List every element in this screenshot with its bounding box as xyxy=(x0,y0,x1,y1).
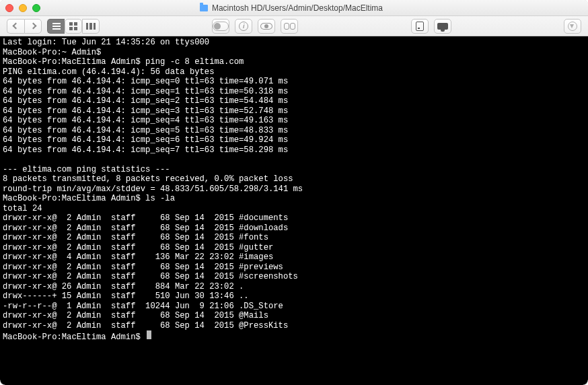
appearance-toggle[interactable] xyxy=(212,19,229,34)
preview-button[interactable] xyxy=(258,19,275,34)
display-button[interactable] xyxy=(434,19,451,34)
view-list-button[interactable] xyxy=(47,19,65,34)
grid-icon xyxy=(69,22,77,30)
terminal-output[interactable]: Last login: Tue Jun 21 14:35:26 on ttys0… xyxy=(0,36,588,385)
disk-button[interactable] xyxy=(411,19,429,34)
chevron-left-icon xyxy=(13,23,20,30)
nav-back-button[interactable] xyxy=(7,19,24,34)
view-grid-button[interactable] xyxy=(65,19,82,34)
close-window-button[interactable] xyxy=(5,4,13,12)
list-icon xyxy=(52,23,61,30)
window-controls xyxy=(5,4,40,12)
switch-icon xyxy=(213,22,229,31)
binoculars-icon xyxy=(284,23,295,30)
view-mode-segment xyxy=(47,19,100,34)
window-titlebar: Macintosh HD/Users/Admin/Desktop/MacElti… xyxy=(0,0,588,16)
toolbar: i xyxy=(0,16,588,36)
hard-disk-icon xyxy=(416,22,424,31)
window-title: Macintosh HD/Users/Admin/Desktop/MacElti… xyxy=(40,3,542,13)
info-icon: i xyxy=(239,22,248,31)
info-button[interactable]: i xyxy=(235,19,252,34)
search-button[interactable] xyxy=(281,19,298,34)
nav-segment xyxy=(7,19,42,34)
monitor-icon xyxy=(437,23,448,30)
columns-icon xyxy=(86,23,96,30)
terminal-cursor xyxy=(147,330,151,339)
terminal-prompt: MacBook-Pro:MacEltima Admin$ xyxy=(3,332,145,342)
view-columns-button[interactable] xyxy=(82,19,100,34)
zoom-window-button[interactable] xyxy=(32,4,40,12)
download-icon xyxy=(568,22,577,31)
downloads-button[interactable] xyxy=(564,19,581,34)
folder-icon xyxy=(200,5,208,11)
nav-forward-button[interactable] xyxy=(24,19,42,34)
eye-icon xyxy=(260,23,272,30)
minimize-window-button[interactable] xyxy=(19,4,27,12)
chevron-right-icon xyxy=(30,23,36,30)
window-path-label: Macintosh HD/Users/Admin/Desktop/MacElti… xyxy=(212,3,383,13)
